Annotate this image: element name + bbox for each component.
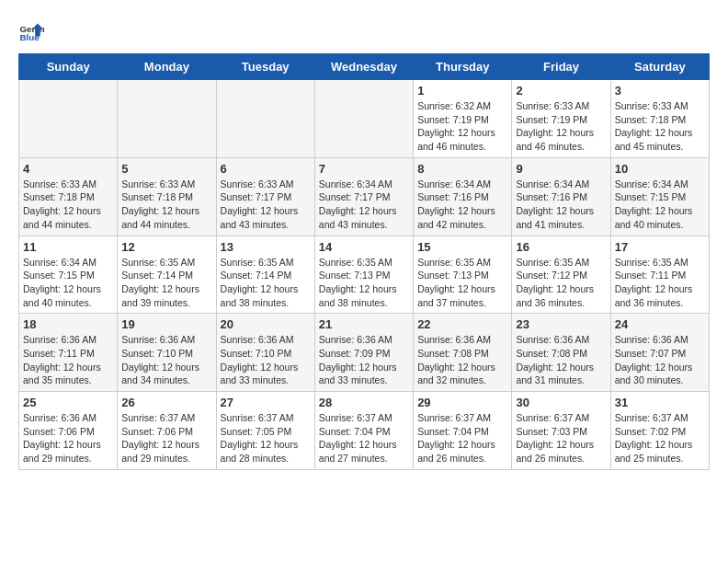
day-number: 1	[417, 84, 507, 98]
calendar-cell: 10Sunrise: 6:34 AM Sunset: 7:15 PM Dayli…	[610, 157, 709, 236]
day-info: Sunrise: 6:34 AM Sunset: 7:17 PM Dayligh…	[319, 178, 409, 232]
weekday-header: Tuesday	[216, 54, 314, 80]
calendar-cell: 9Sunrise: 6:34 AM Sunset: 7:16 PM Daylig…	[512, 157, 610, 236]
calendar-cell: 28Sunrise: 6:37 AM Sunset: 7:04 PM Dayli…	[314, 392, 413, 470]
day-number: 2	[516, 84, 606, 98]
weekday-header: Monday	[118, 54, 216, 80]
day-info: Sunrise: 6:33 AM Sunset: 7:18 PM Dayligh…	[615, 99, 705, 154]
day-info: Sunrise: 6:34 AM Sunset: 7:16 PM Dayligh…	[516, 178, 606, 232]
day-number: 3	[615, 84, 705, 98]
calendar-cell: 8Sunrise: 6:34 AM Sunset: 7:16 PM Daylig…	[414, 157, 512, 236]
day-info: Sunrise: 6:37 AM Sunset: 7:02 PM Dayligh…	[615, 411, 705, 465]
calendar-cell: 6Sunrise: 6:33 AM Sunset: 7:17 PM Daylig…	[216, 157, 314, 236]
day-info: Sunrise: 6:36 AM Sunset: 7:07 PM Dayligh…	[615, 333, 705, 387]
day-number: 9	[516, 162, 606, 176]
day-number: 25	[23, 396, 113, 409]
logo-icon: General Blue	[18, 18, 44, 44]
calendar-cell: 5Sunrise: 6:33 AM Sunset: 7:18 PM Daylig…	[118, 157, 216, 236]
calendar-cell	[19, 80, 118, 158]
calendar-cell: 17Sunrise: 6:35 AM Sunset: 7:11 PM Dayli…	[610, 236, 709, 314]
day-info: Sunrise: 6:33 AM Sunset: 7:18 PM Dayligh…	[121, 178, 211, 232]
calendar-cell: 13Sunrise: 6:35 AM Sunset: 7:14 PM Dayli…	[216, 236, 314, 314]
day-info: Sunrise: 6:35 AM Sunset: 7:14 PM Dayligh…	[121, 256, 211, 310]
day-info: Sunrise: 6:36 AM Sunset: 7:10 PM Dayligh…	[221, 333, 311, 387]
day-info: Sunrise: 6:35 AM Sunset: 7:12 PM Dayligh…	[516, 256, 606, 310]
day-number: 27	[221, 396, 311, 409]
day-info: Sunrise: 6:36 AM Sunset: 7:10 PM Dayligh…	[121, 333, 211, 387]
calendar-cell: 14Sunrise: 6:35 AM Sunset: 7:13 PM Dayli…	[314, 236, 413, 314]
day-number: 17	[615, 240, 705, 254]
day-info: Sunrise: 6:37 AM Sunset: 7:05 PM Dayligh…	[221, 411, 311, 465]
day-number: 20	[221, 317, 311, 331]
day-number: 10	[615, 162, 705, 176]
calendar-cell: 30Sunrise: 6:37 AM Sunset: 7:03 PM Dayli…	[512, 392, 610, 470]
day-number: 28	[319, 396, 409, 409]
weekday-header: Sunday	[19, 54, 118, 80]
day-info: Sunrise: 6:34 AM Sunset: 7:15 PM Dayligh…	[23, 256, 113, 310]
day-number: 24	[615, 317, 705, 331]
calendar-week-row: 4Sunrise: 6:33 AM Sunset: 7:18 PM Daylig…	[19, 157, 710, 236]
day-number: 13	[221, 240, 311, 254]
calendar-cell	[118, 80, 216, 158]
day-number: 22	[417, 317, 507, 331]
calendar-cell: 21Sunrise: 6:36 AM Sunset: 7:09 PM Dayli…	[314, 314, 413, 392]
day-info: Sunrise: 6:34 AM Sunset: 7:15 PM Dayligh…	[615, 178, 705, 232]
day-info: Sunrise: 6:32 AM Sunset: 7:19 PM Dayligh…	[417, 99, 507, 154]
day-number: 26	[121, 396, 211, 409]
day-number: 18	[23, 317, 113, 331]
weekday-header: Thursday	[414, 54, 512, 80]
calendar-cell: 24Sunrise: 6:36 AM Sunset: 7:07 PM Dayli…	[610, 314, 709, 392]
day-info: Sunrise: 6:34 AM Sunset: 7:16 PM Dayligh…	[417, 178, 507, 232]
weekday-header: Saturday	[610, 54, 709, 80]
day-number: 30	[516, 396, 606, 409]
weekday-header: Wednesday	[314, 54, 413, 80]
day-number: 31	[615, 396, 705, 409]
day-info: Sunrise: 6:36 AM Sunset: 7:06 PM Dayligh…	[23, 411, 113, 465]
calendar-cell: 20Sunrise: 6:36 AM Sunset: 7:10 PM Dayli…	[216, 314, 314, 392]
calendar-cell: 22Sunrise: 6:36 AM Sunset: 7:08 PM Dayli…	[414, 314, 512, 392]
calendar-cell: 15Sunrise: 6:35 AM Sunset: 7:13 PM Dayli…	[414, 236, 512, 314]
day-info: Sunrise: 6:36 AM Sunset: 7:09 PM Dayligh…	[319, 333, 409, 387]
day-number: 5	[121, 162, 211, 176]
calendar-week-row: 18Sunrise: 6:36 AM Sunset: 7:11 PM Dayli…	[19, 314, 710, 392]
weekday-row: SundayMondayTuesdayWednesdayThursdayFrid…	[19, 54, 710, 80]
calendar-cell: 16Sunrise: 6:35 AM Sunset: 7:12 PM Dayli…	[512, 236, 610, 314]
day-info: Sunrise: 6:37 AM Sunset: 7:06 PM Dayligh…	[121, 411, 211, 465]
calendar-cell: 7Sunrise: 6:34 AM Sunset: 7:17 PM Daylig…	[314, 157, 413, 236]
calendar-cell: 26Sunrise: 6:37 AM Sunset: 7:06 PM Dayli…	[118, 392, 216, 470]
calendar-body: 1Sunrise: 6:32 AM Sunset: 7:19 PM Daylig…	[19, 80, 710, 470]
calendar-cell: 27Sunrise: 6:37 AM Sunset: 7:05 PM Dayli…	[216, 392, 314, 470]
calendar-cell: 29Sunrise: 6:37 AM Sunset: 7:04 PM Dayli…	[414, 392, 512, 470]
calendar-header: SundayMondayTuesdayWednesdayThursdayFrid…	[19, 54, 710, 80]
day-info: Sunrise: 6:36 AM Sunset: 7:08 PM Dayligh…	[516, 333, 606, 387]
day-number: 12	[121, 240, 211, 254]
day-info: Sunrise: 6:33 AM Sunset: 7:18 PM Dayligh…	[23, 178, 113, 232]
day-info: Sunrise: 6:35 AM Sunset: 7:11 PM Dayligh…	[615, 256, 705, 310]
day-info: Sunrise: 6:35 AM Sunset: 7:13 PM Dayligh…	[417, 256, 507, 310]
header: General Blue	[18, 18, 710, 44]
calendar-cell: 11Sunrise: 6:34 AM Sunset: 7:15 PM Dayli…	[19, 236, 118, 314]
day-number: 23	[516, 317, 606, 331]
day-number: 14	[319, 240, 409, 254]
calendar-cell: 2Sunrise: 6:33 AM Sunset: 7:19 PM Daylig…	[512, 80, 610, 158]
day-number: 16	[516, 240, 606, 254]
day-info: Sunrise: 6:37 AM Sunset: 7:03 PM Dayligh…	[516, 411, 606, 465]
day-number: 7	[319, 162, 409, 176]
calendar-cell: 3Sunrise: 6:33 AM Sunset: 7:18 PM Daylig…	[610, 80, 709, 158]
calendar-cell: 23Sunrise: 6:36 AM Sunset: 7:08 PM Dayli…	[512, 314, 610, 392]
calendar-cell: 12Sunrise: 6:35 AM Sunset: 7:14 PM Dayli…	[118, 236, 216, 314]
day-info: Sunrise: 6:36 AM Sunset: 7:08 PM Dayligh…	[417, 333, 507, 387]
day-number: 4	[23, 162, 113, 176]
logo: General Blue	[18, 18, 44, 44]
calendar-table: SundayMondayTuesdayWednesdayThursdayFrid…	[18, 53, 710, 470]
day-info: Sunrise: 6:36 AM Sunset: 7:11 PM Dayligh…	[23, 333, 113, 387]
day-info: Sunrise: 6:35 AM Sunset: 7:14 PM Dayligh…	[221, 256, 311, 310]
day-number: 21	[319, 317, 409, 331]
day-number: 6	[221, 162, 311, 176]
day-info: Sunrise: 6:35 AM Sunset: 7:13 PM Dayligh…	[319, 256, 409, 310]
calendar-cell: 4Sunrise: 6:33 AM Sunset: 7:18 PM Daylig…	[19, 157, 118, 236]
calendar-cell: 25Sunrise: 6:36 AM Sunset: 7:06 PM Dayli…	[19, 392, 118, 470]
calendar-cell: 19Sunrise: 6:36 AM Sunset: 7:10 PM Dayli…	[118, 314, 216, 392]
calendar-cell	[314, 80, 413, 158]
day-number: 15	[417, 240, 507, 254]
